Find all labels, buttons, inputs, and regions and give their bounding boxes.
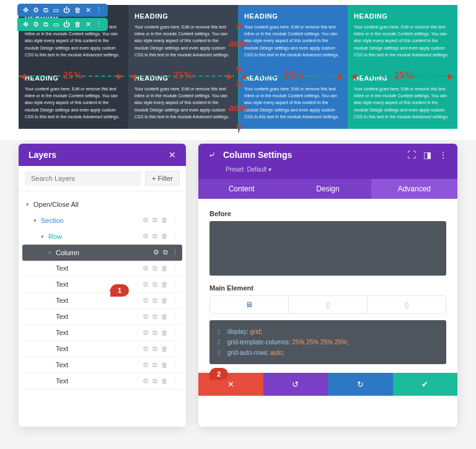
more-icon[interactable]: ⋮ (95, 7, 102, 14)
trash-icon[interactable]: 🗑 (161, 264, 168, 272)
duplicate-icon[interactable]: ⧉ (152, 313, 157, 321)
gear-icon[interactable]: ⚙ (143, 264, 149, 272)
trash-icon[interactable]: 🗑 (161, 329, 168, 337)
gear-icon[interactable]: ⚙ (33, 7, 39, 14)
trash-icon[interactable]: 🗑 (161, 281, 168, 289)
gear-icon[interactable]: ⚙ (143, 377, 149, 385)
more-icon[interactable]: ⋮ (172, 297, 178, 305)
tree-text-item[interactable]: Text⚙⧉🗑⋮ (22, 261, 182, 277)
trash-icon[interactable]: 🗑 (74, 21, 81, 28)
more-icon[interactable]: ⋮ (172, 361, 178, 369)
tree-text-item[interactable]: Text⚙⧉🗑⋮ (22, 277, 182, 293)
gear-icon[interactable]: ⚙ (143, 281, 149, 289)
tree-text-item[interactable]: Text⚙⧉🗑⋮ (22, 373, 182, 390)
duplicate-icon[interactable]: ⧉ (152, 361, 157, 369)
preview-cell[interactable]: HEADINGYour content goes here. Edit or r… (128, 5, 238, 67)
device-phone[interactable]: ▯ (368, 296, 446, 313)
trash-icon[interactable]: 🗑 (161, 232, 168, 240)
width-label: 25% (284, 70, 304, 81)
trash-icon[interactable]: 🗑 (161, 313, 168, 321)
tree-row[interactable]: ▾Row ⚙⧉🗑⋮ (22, 229, 182, 245)
tab-advanced[interactable]: Advanced (371, 179, 457, 199)
more-icon[interactable]: ⋮ (172, 216, 178, 224)
duplicate-icon[interactable]: ⧉ (43, 21, 48, 28)
trash-icon[interactable]: 🗑 (161, 361, 168, 369)
trash-icon[interactable]: 🗑 (161, 377, 168, 385)
gear-icon[interactable]: ⚙ (143, 329, 149, 337)
gear-icon[interactable]: ⚙ (33, 21, 39, 28)
duplicate-icon[interactable]: ⧉ (152, 377, 157, 385)
trash-icon[interactable]: 🗑 (161, 345, 168, 353)
close-icon[interactable]: ✕ (86, 7, 91, 14)
tree-text-item[interactable]: Text⚙⧉🗑⋮ (22, 309, 182, 325)
settings-title: Column Settings (223, 150, 292, 160)
gear-icon[interactable]: ⚙ (143, 345, 149, 353)
more-icon[interactable]: ⋮ (172, 329, 178, 337)
move-icon[interactable]: ✥ (23, 21, 29, 28)
columns-icon[interactable]: ▭ (53, 21, 59, 28)
more-icon[interactable]: ⋮ (172, 248, 178, 256)
tree-text-item[interactable]: Text⚙⧉🗑⋮ (22, 293, 182, 309)
redo-button[interactable]: ↻ (328, 373, 393, 396)
preview-cell[interactable]: HEADINGYour content goes here. Edit or r… (348, 5, 457, 67)
more-icon[interactable]: ⋮ (439, 150, 447, 160)
more-icon[interactable]: ⋮ (172, 232, 178, 240)
more-icon[interactable]: ⋮ (95, 21, 102, 28)
duplicate-icon[interactable]: ⧉ (152, 281, 157, 289)
code-line: 1 display: grid; (217, 326, 439, 337)
tab-design[interactable]: Design (284, 179, 371, 199)
move-icon[interactable]: ✥ (23, 7, 29, 14)
duplicate-icon[interactable]: ⧉ (152, 297, 157, 305)
tree-section[interactable]: ▾Section ⚙⧉🗑⋮ (22, 212, 182, 229)
columns-icon[interactable]: ▭ (53, 7, 59, 14)
more-icon[interactable]: ⋮ (172, 377, 178, 385)
preset-label[interactable]: Preset: Default ▾ (198, 166, 457, 179)
power-icon[interactable]: ⏻ (63, 21, 70, 28)
tree-text-item[interactable]: Text⚙⧉🗑⋮ (22, 325, 182, 341)
tree-text-item[interactable]: Text⚙⧉🗑⋮ (22, 341, 182, 357)
gear-icon[interactable]: ⚙ (153, 248, 159, 256)
gear-icon[interactable]: ⚙ (143, 232, 149, 240)
trash-icon[interactable]: 🗑 (161, 216, 168, 224)
marker-2: 2 (209, 368, 228, 380)
duplicate-icon[interactable]: ⧉ (43, 7, 48, 14)
row-toolbar[interactable]: ✥ ⚙ ⧉ ▭ ⏻ 🗑 ✕ ⋮ (17, 18, 108, 31)
more-icon[interactable]: ⋮ (172, 281, 178, 289)
duplicate-icon[interactable]: ⧉ (152, 232, 157, 240)
search-input[interactable] (25, 171, 141, 186)
power-icon[interactable]: ⏻ (63, 7, 70, 14)
more-icon[interactable]: ⋮ (172, 345, 178, 353)
css-code-editor[interactable]: 1 display: grid;2 grid-template-columns:… (209, 320, 446, 364)
panel-toggle-icon[interactable]: ◨ (423, 150, 431, 160)
height-label: auto (229, 38, 247, 49)
duplicate-icon[interactable]: ⧉ (152, 264, 157, 272)
gear-icon[interactable]: ⚙ (143, 297, 149, 305)
device-tablet[interactable]: ▯ (289, 296, 368, 313)
back-icon[interactable]: ⤶ (208, 150, 216, 160)
more-icon[interactable]: ⋮ (172, 313, 178, 321)
duplicate-icon[interactable]: ⧉ (163, 248, 168, 256)
gear-icon[interactable]: ⚙ (143, 361, 149, 369)
trash-icon[interactable]: 🗑 (74, 7, 81, 14)
close-icon[interactable]: ✕ (169, 150, 176, 160)
undo-button[interactable]: ↺ (263, 373, 328, 396)
before-css-input[interactable] (209, 221, 446, 276)
tree-column-selected[interactable]: ▾Column ⚙⧉⋮ (22, 245, 182, 261)
trash-icon[interactable]: 🗑 (161, 297, 168, 305)
duplicate-icon[interactable]: ⧉ (152, 345, 157, 353)
open-close-all[interactable]: ▾Open/Close All (22, 196, 182, 212)
tree-text-item[interactable]: Text⚙⧉🗑⋮ (22, 357, 182, 373)
preview-cell[interactable]: HEADINGYour content goes here. Edit or r… (238, 5, 348, 67)
duplicate-icon[interactable]: ⧉ (152, 329, 157, 337)
expand-icon[interactable]: ⛶ (407, 150, 416, 160)
tab-content[interactable]: Content (198, 179, 284, 199)
close-icon[interactable]: ✕ (86, 21, 91, 28)
section-toolbar[interactable]: ✥ ⚙ ⧉ ▭ ⏻ 🗑 ✕ ⋮ (17, 4, 108, 17)
save-button[interactable]: ✔ (393, 373, 458, 396)
gear-icon[interactable]: ⚙ (143, 216, 149, 224)
filter-button[interactable]: + Filter (145, 171, 180, 186)
device-desktop[interactable]: 🖥 (210, 296, 289, 313)
duplicate-icon[interactable]: ⧉ (152, 216, 157, 224)
more-icon[interactable]: ⋮ (172, 264, 178, 272)
gear-icon[interactable]: ⚙ (143, 313, 149, 321)
